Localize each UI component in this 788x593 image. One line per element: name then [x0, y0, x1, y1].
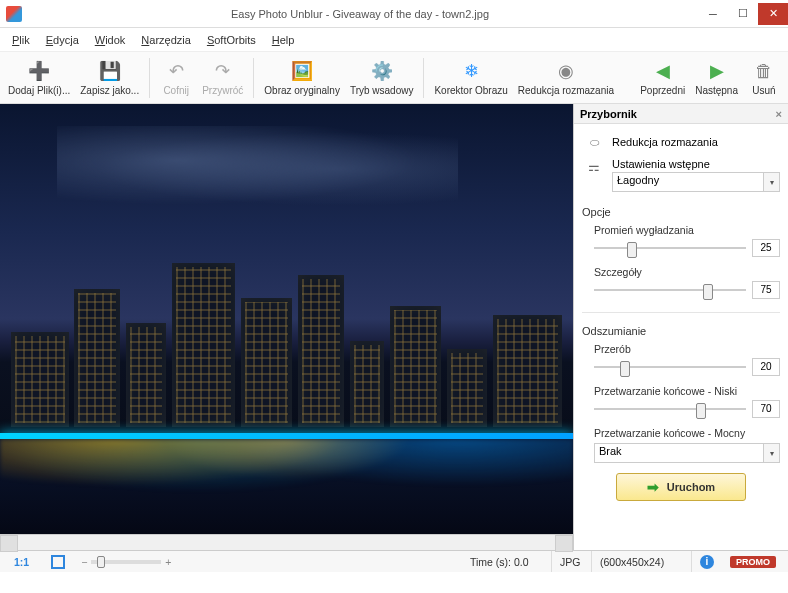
gear-icon: ⚙️	[370, 60, 394, 84]
denoise-label: Odszumianie	[582, 321, 780, 339]
deblur-section-title: Redukcja rozmazania	[612, 136, 718, 148]
titlebar: Easy Photo Unblur - Giveaway of the day …	[0, 0, 788, 28]
image-corrector-button[interactable]: ❄Korektor Obrazu	[430, 58, 511, 98]
prework-label: Przerób	[582, 343, 780, 355]
image-icon: 🖼️	[290, 60, 314, 84]
deblur-button[interactable]: ◉Redukcja rozmazania	[514, 58, 618, 98]
original-image-button[interactable]: 🖼️Obraz oryginalny	[260, 58, 344, 98]
trash-icon: 🗑	[752, 60, 776, 84]
menu-edit[interactable]: Edycja	[38, 32, 87, 48]
floppy-icon: 💾	[98, 60, 122, 84]
post-low-slider[interactable]	[594, 399, 746, 419]
menu-help[interactable]: Help	[264, 32, 303, 48]
details-value[interactable]: 75	[752, 281, 780, 299]
menu-file[interactable]: Plik	[4, 32, 38, 48]
blur-icon: ◉	[554, 60, 578, 84]
post-high-dropdown[interactable]: Brak	[594, 443, 764, 463]
statusbar: 1:1 − + Time (s): 0.0 JPG (600x450x24) i…	[0, 550, 788, 572]
smooth-radius-slider[interactable]	[594, 238, 746, 258]
window-title: Easy Photo Unblur - Giveaway of the day …	[22, 8, 698, 20]
redo-button[interactable]: ↷Przywróć	[198, 58, 247, 98]
prework-value[interactable]: 20	[752, 358, 780, 376]
undo-icon: ↶	[164, 60, 188, 84]
close-panel-icon[interactable]: ×	[776, 108, 782, 120]
zoom-out-icon[interactable]: −	[81, 556, 87, 568]
maximize-button[interactable]: ☐	[728, 3, 758, 25]
options-label: Opcje	[582, 202, 780, 220]
delete-button[interactable]: 🗑Usuń	[744, 58, 784, 98]
post-low-label: Przetwarzanie końcowe - Niski	[582, 385, 780, 397]
run-arrow-icon: ➡	[647, 479, 659, 495]
prework-slider[interactable]	[594, 357, 746, 377]
close-button[interactable]: ✕	[758, 3, 788, 25]
smooth-radius-label: Promień wygładzania	[582, 224, 780, 236]
status-format: JPG	[552, 551, 592, 572]
info-icon[interactable]: i	[700, 555, 714, 569]
previous-button[interactable]: ◀Poprzedni	[636, 58, 689, 98]
preset-icon: ⚎	[582, 158, 606, 174]
status-time: Time (s): 0.0	[462, 551, 552, 572]
toolbox-panel: Przybornik × ⬭ Redukcja rozmazania ⚎ Ust…	[574, 104, 788, 550]
preset-label: Ustawienia wstępne	[612, 158, 780, 170]
details-slider[interactable]	[594, 280, 746, 300]
prev-icon: ◀	[651, 60, 675, 84]
next-button[interactable]: ▶Następna	[691, 58, 742, 98]
dropdown-arrow-icon[interactable]: ▾	[764, 443, 780, 463]
next-icon: ▶	[705, 60, 729, 84]
zoom-ratio[interactable]: 1:1	[8, 556, 35, 568]
minimize-button[interactable]: ─	[698, 3, 728, 25]
zoom-in-icon[interactable]: +	[165, 556, 171, 568]
dropdown-arrow-icon[interactable]: ▾	[764, 172, 780, 192]
post-high-label: Przetwarzanie końcowe - Mocny	[582, 427, 780, 439]
zoom-slider[interactable]	[91, 560, 161, 564]
image-canvas[interactable]	[0, 104, 573, 534]
sparkle-icon: ❄	[459, 60, 483, 84]
preset-dropdown[interactable]: Łagodny	[612, 172, 764, 192]
plus-icon: ➕	[27, 60, 51, 84]
save-as-button[interactable]: 💾Zapisz jako...	[76, 58, 143, 98]
menu-tools[interactable]: Narzędzia	[133, 32, 199, 48]
batch-mode-button[interactable]: ⚙️Tryb wsadowy	[346, 58, 418, 98]
smooth-radius-value[interactable]: 25	[752, 239, 780, 257]
toolbar: ➕Dodaj Plik(i)... 💾Zapisz jako... ↶Cofni…	[0, 52, 788, 104]
status-dimensions: (600x450x24)	[592, 551, 692, 572]
redo-icon: ↷	[211, 60, 235, 84]
app-icon	[6, 6, 22, 22]
horizontal-scrollbar[interactable]	[0, 534, 573, 550]
add-files-button[interactable]: ➕Dodaj Plik(i)...	[4, 58, 74, 98]
promo-badge[interactable]: PROMO	[730, 556, 776, 568]
run-button[interactable]: ➡ Uruchom	[616, 473, 746, 501]
toolbox-header: Przybornik ×	[574, 104, 788, 124]
post-low-value[interactable]: 70	[752, 400, 780, 418]
menu-view[interactable]: Widok	[87, 32, 134, 48]
fit-screen-icon[interactable]	[51, 555, 65, 569]
undo-button[interactable]: ↶Cofnij	[156, 58, 196, 98]
menu-softorbits[interactable]: SoftOrbits	[199, 32, 264, 48]
details-label: Szczegóły	[582, 266, 780, 278]
menubar: Plik Edycja Widok Narzędzia SoftOrbits H…	[0, 28, 788, 52]
blur-oval-icon: ⬭	[582, 134, 606, 150]
